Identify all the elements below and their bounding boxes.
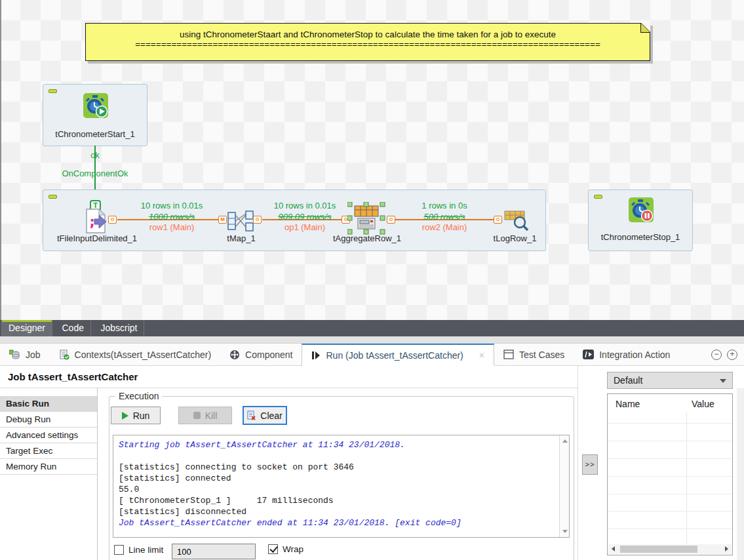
tab-code[interactable]: Code (55, 320, 90, 336)
play-icon (122, 412, 128, 420)
column-header-name[interactable]: Name (616, 399, 640, 409)
sticky-note[interactable]: using tChronometerStaart and tChronomete… (85, 23, 650, 61)
column-divider (686, 412, 687, 544)
console-line: 55.0 (119, 484, 553, 495)
table-hscrollbar[interactable] (608, 544, 732, 554)
stop-icon (193, 412, 201, 419)
sidebar-item-memory-run[interactable]: Memory Run (0, 459, 97, 475)
sidebar-item-basic-run[interactable]: Basic Run (0, 396, 97, 412)
designer-tab-bar: Designer Code Jobscript (0, 320, 744, 336)
trigger-label-short: ok (62, 150, 128, 160)
console-scrollbar[interactable] (559, 435, 569, 537)
table-row-line (608, 529, 732, 529)
maximize-panel-icon[interactable]: + (727, 350, 737, 360)
tab-run-label: Run (Job tAssert_tAssertCatcher) (326, 350, 463, 361)
connector-icon[interactable] (108, 216, 117, 224)
component-tchronometerstop[interactable]: tChronometerStop_1 (588, 190, 693, 251)
connector-icon[interactable] (494, 216, 502, 224)
kill-button[interactable]: Kill (178, 407, 232, 424)
tab-test-cases[interactable]: Test Cases (494, 344, 574, 365)
wrap-checkbox[interactable] (268, 544, 278, 554)
component-label: tChronometerStop_1 (589, 232, 692, 242)
connector-icon[interactable]: M (218, 216, 227, 224)
tlogrow-icon[interactable] (503, 210, 530, 232)
tab-component[interactable]: Component (220, 344, 302, 365)
console-line: Job tAssert_tAssertCatcher ended at 11:3… (119, 517, 553, 529)
sidebar-item-advanced-settings[interactable]: Advanced settings (0, 428, 97, 443)
job-icon (9, 350, 20, 360)
job-designer-canvas[interactable]: using tChronometerStaart and tChronomete… (0, 0, 744, 320)
canvas-left-edge (0, 0, 1, 320)
tab-designer[interactable]: Designer (1, 320, 52, 336)
chronometer-stop-icon[interactable] (629, 197, 654, 222)
line-limit-input[interactable] (172, 544, 256, 559)
component-label: tLogRow_1 (477, 233, 553, 243)
row-rate: 909.09 rows/s (256, 212, 354, 222)
chronometer-start-icon[interactable] (83, 93, 108, 118)
table-row-line (608, 441, 732, 441)
run-sidebar: Basic Run Debug Run Advanced settings Ta… (0, 388, 98, 560)
console-line: [statistics] connected (119, 473, 553, 484)
component-label: tChronometerStart_1 (43, 129, 147, 139)
component-label: tFileInputDelimited_1 (43, 233, 151, 243)
tab-jobscript[interactable]: Jobscript (94, 320, 144, 336)
scroll-up-icon[interactable] (562, 439, 568, 443)
clear-icon (247, 410, 256, 420)
run-tab-icon (311, 351, 321, 360)
component-tchronometerstart[interactable]: tChronometerStart_1 (43, 84, 147, 146)
row-stats: 1 rows in 0s (392, 201, 497, 210)
tab-run[interactable]: Run (Job tAssert_tAssertCatcher) × (302, 344, 494, 366)
close-icon[interactable]: × (479, 350, 484, 361)
view-tab-row: Job Contexts(tAssert_tAssertCatcher) Com… (0, 344, 744, 366)
note-text: using tChronometerStaart and tChronomete… (86, 30, 650, 39)
component-label: tMap_1 (208, 233, 274, 243)
sidebar-item-debug-run[interactable]: Debug Run (0, 412, 97, 428)
row-name: row2 (Main) (392, 222, 497, 232)
contexts-icon (59, 350, 69, 360)
right-gutter (737, 388, 744, 560)
table-row-line (608, 458, 732, 459)
scroll-left-icon[interactable] (612, 546, 615, 551)
context-select-value: Default (614, 375, 642, 386)
taggregaterow-icon[interactable] (347, 202, 385, 235)
tab-contexts[interactable]: Contexts(tAssert_tAssertCatcher) (50, 344, 221, 365)
tmap-icon[interactable] (227, 210, 254, 231)
component-label: tAggregateRow_1 (313, 233, 421, 243)
note-underline: ========================================… (86, 39, 650, 49)
row-name: row1 (Main) (119, 222, 224, 232)
column-header-value[interactable]: Value (692, 399, 715, 409)
row-rate: 1000 rows/s (119, 212, 224, 222)
tab-integration-action-label: Integration Action (599, 350, 670, 360)
scroll-right-icon[interactable] (725, 546, 728, 551)
chevron-down-icon (720, 379, 726, 383)
run-button[interactable]: Run (111, 407, 161, 424)
table-row-line (608, 494, 732, 494)
table-row-line (608, 423, 732, 424)
expand-context-button[interactable]: >> (582, 454, 598, 475)
file-input-delimited-icon[interactable]: ; (83, 208, 108, 234)
run-button-label: Run (133, 410, 150, 421)
row-stats: 10 rows in 0.01s (119, 201, 224, 210)
minimize-panel-icon[interactable]: − (711, 350, 722, 360)
tab-job[interactable]: Job (0, 344, 50, 365)
run-view-header: Job tAssert_tAssertCatcher (0, 366, 578, 388)
table-row-line (608, 511, 732, 511)
context-variables-table[interactable]: Name Value (607, 393, 733, 555)
line-limit-checkbox[interactable] (114, 545, 124, 555)
test-cases-icon (503, 350, 514, 359)
row-rate: 500 rows/s (392, 212, 497, 222)
clear-button[interactable]: Clear (243, 406, 287, 425)
tab-integration-action[interactable]: Integration Action (574, 344, 679, 365)
scrollbar-thumb[interactable] (620, 546, 697, 553)
note-fold-corner (640, 23, 650, 33)
execution-console[interactable]: Starting job tAssert_tAssertCatcher at 1… (113, 435, 570, 538)
kill-button-label: Kill (205, 410, 218, 421)
tab-job-label: Job (26, 350, 41, 360)
talend-studio-window: using tChronometerStaart and tChronomete… (0, 0, 744, 560)
integration-action-icon (583, 350, 594, 359)
trigger-label: OnComponentOk (46, 169, 144, 178)
sidebar-item-target-exec[interactable]: Target Exec (0, 443, 97, 459)
console-line: [statistics] connecting to socket on por… (119, 462, 553, 473)
context-select[interactable]: Default (607, 372, 733, 389)
scroll-down-icon[interactable] (562, 530, 568, 533)
